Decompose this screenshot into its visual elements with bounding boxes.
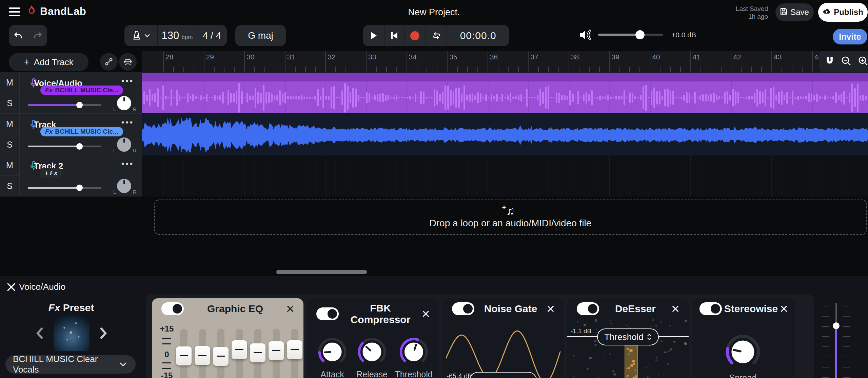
pan-knob[interactable] <box>117 179 131 193</box>
mute-button[interactable]: M <box>0 155 19 176</box>
stereowise-toggle[interactable] <box>699 302 722 315</box>
time-signature-field[interactable]: 4 / 4 <box>197 25 227 46</box>
tempo-group: 130 bpm 4 / 4 <box>124 25 227 46</box>
eq-band-handle[interactable] <box>213 347 229 366</box>
fx-preset-badge[interactable]: FxBCHILL MUSIC Cle... <box>40 127 123 136</box>
threshold-knob[interactable]: Threshold <box>395 336 432 378</box>
preset-next-button[interactable] <box>98 327 110 339</box>
close-fx-panel-button[interactable] <box>7 283 16 293</box>
publish-button[interactable]: Publish <box>818 3 868 22</box>
master-volume-icon[interactable] <box>578 29 591 42</box>
bar-number: 42 <box>733 53 741 61</box>
ruler-tools <box>819 51 868 72</box>
eq-band-handle[interactable] <box>269 341 284 360</box>
bar-number: 37 <box>530 53 538 61</box>
metronome-icon <box>132 31 141 41</box>
preset-prev-button[interactable] <box>34 327 46 339</box>
eq-scale-top: +15 <box>157 324 177 334</box>
master-volume-slider[interactable] <box>598 34 663 36</box>
invite-button[interactable]: Invite <box>833 29 867 44</box>
eq-band-handle[interactable] <box>176 346 192 365</box>
play-button[interactable] <box>363 25 384 46</box>
pan-knob[interactable] <box>117 137 131 152</box>
eq-band-handle[interactable] <box>287 340 302 359</box>
solo-button[interactable]: S <box>0 93 19 113</box>
preset-dropdown[interactable]: BCHILL MUSIC Clear Vocals <box>5 355 136 374</box>
rewind-to-start-button[interactable] <box>385 25 405 46</box>
eq-band-handle[interactable] <box>195 346 210 365</box>
voice-audio-clip[interactable] <box>142 73 868 113</box>
automation-button[interactable] <box>100 53 118 71</box>
dropzone-label: Drop a loop or an audio/MIDI/video file <box>430 218 592 229</box>
mute-button[interactable]: M <box>0 114 19 134</box>
fx-preset-badge[interactable]: FxBCHILL MUSIC Cle... <box>40 86 123 95</box>
file-dropzone[interactable]: +♫ Drop a loop or an audio/MIDI/video fi… <box>154 200 867 235</box>
remove-noise-gate-button[interactable] <box>547 305 554 313</box>
track-volume-slider[interactable] <box>28 146 101 147</box>
preset-artwork[interactable] <box>54 315 90 351</box>
track-header-track-2[interactable]: M S Track 2 ••• + Fx L R <box>0 155 142 196</box>
remove-stereowise-button[interactable] <box>780 305 788 313</box>
eq-scale-bottom: -15 <box>157 371 177 378</box>
record-button[interactable] <box>405 25 426 46</box>
solo-button[interactable]: S <box>0 134 19 155</box>
horizontal-scrollbar-thumb[interactable] <box>276 270 367 274</box>
fbk-compressor-toggle[interactable] <box>316 307 339 320</box>
track-header-voice-audio[interactable]: M S Voice/Audio ••• FxBCHILL MUSIC Cle..… <box>0 72 142 114</box>
chevron-down-icon <box>119 362 127 367</box>
metronome-button[interactable] <box>124 25 157 46</box>
attack-knob[interactable]: Attack <box>317 336 348 378</box>
save-button[interactable]: Save <box>775 3 814 21</box>
time-stretch-icon <box>123 58 133 66</box>
key-button[interactable]: G maj <box>235 25 286 46</box>
bpm-field[interactable]: 130 bpm <box>158 25 197 46</box>
fader-handle[interactable] <box>833 322 840 329</box>
track-volume-slider[interactable] <box>28 104 101 106</box>
deesser-toggle[interactable] <box>577 302 599 315</box>
zoom-in-button[interactable] <box>858 56 868 68</box>
noise-gate-toggle[interactable] <box>452 302 474 315</box>
eq-band-handle[interactable] <box>232 340 247 359</box>
undo-button[interactable] <box>9 25 28 46</box>
redo-button[interactable] <box>28 25 47 46</box>
release-knob[interactable]: Release <box>356 336 388 378</box>
remove-graphic-eq-button[interactable] <box>287 305 294 313</box>
zoom-out-button[interactable] <box>841 56 852 68</box>
track-volume-slider[interactable] <box>28 187 101 189</box>
graphic-eq-toggle[interactable] <box>161 302 184 315</box>
skip-to-start-icon <box>390 32 398 40</box>
solo-button[interactable]: S <box>0 176 19 196</box>
eq-band-handle[interactable] <box>250 343 265 362</box>
spread-knob[interactable]: Spread <box>724 333 762 378</box>
loop-button[interactable] <box>426 25 447 46</box>
record-icon <box>410 31 419 40</box>
time-display[interactable]: 00:00.0 <box>447 25 509 46</box>
preset-dropdown-value: BCHILL MUSIC Clear Vocals <box>13 354 119 375</box>
remove-deesser-button[interactable] <box>672 305 679 313</box>
bar-number: 38 <box>571 53 579 61</box>
track-headers: M S Voice/Audio ••• FxBCHILL MUSIC Cle..… <box>0 72 142 196</box>
track-menu-button[interactable]: ••• <box>121 118 134 127</box>
pan-right-label: R <box>133 148 137 153</box>
bar-number: 39 <box>612 53 619 61</box>
mute-button[interactable]: M <box>0 72 19 93</box>
add-fx-badge[interactable]: + Fx <box>40 168 62 178</box>
deesser-threshold-pill[interactable]: Threshold <box>597 328 659 345</box>
pan-knob[interactable] <box>117 96 131 110</box>
track-clip[interactable] <box>142 114 868 155</box>
transport-controls: 00:00.0 <box>363 25 509 46</box>
master-volume-handle[interactable] <box>635 30 645 39</box>
remove-fbk-compressor-button[interactable] <box>422 310 430 318</box>
track-menu-button[interactable]: ••• <box>121 159 134 169</box>
snap-magnet-button[interactable] <box>825 56 835 68</box>
track-header-track[interactable]: M S Track ••• FxBCHILL MUSIC Cle... L R <box>0 114 142 155</box>
save-icon <box>780 7 787 17</box>
gate-threshold-pill[interactable]: Threshold <box>469 372 537 378</box>
effect-title: DeEsser <box>599 303 672 315</box>
timeline-lanes[interactable] <box>142 72 868 196</box>
add-track-button[interactable]: + Add Track <box>9 53 88 71</box>
track-menu-button[interactable]: ••• <box>121 76 134 86</box>
timeline-ruler[interactable]: 2829303132333435363738394041424344 <box>142 51 868 72</box>
time-stretch-button[interactable] <box>119 53 137 71</box>
fx-panel-track-label: Voice/Audio <box>19 282 65 292</box>
